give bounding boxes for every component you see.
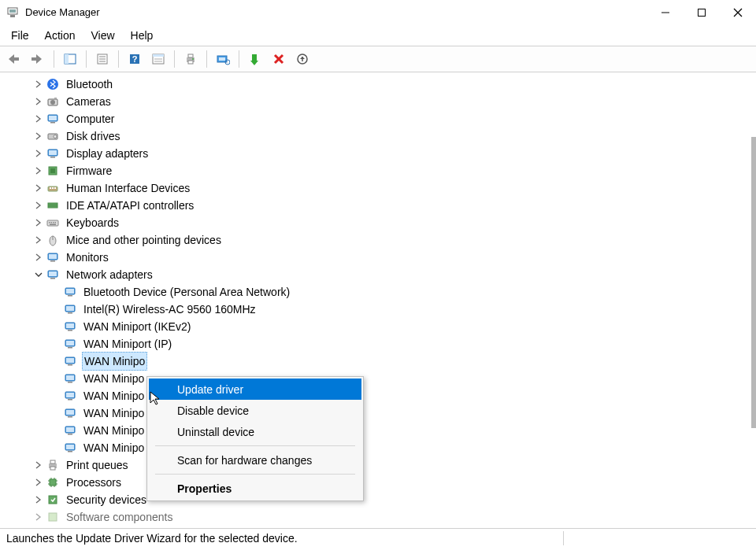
menu-file[interactable]: File bbox=[3, 27, 37, 44]
tree-item-mice[interactable]: Mice and other pointing devices bbox=[16, 231, 756, 249]
chevron-right-icon[interactable] bbox=[33, 460, 44, 471]
chevron-right-icon[interactable] bbox=[33, 494, 44, 505]
tree-item-wan-8[interactable]: WAN Minipo bbox=[16, 422, 756, 439]
tree-label: Bluetooth bbox=[65, 76, 114, 93]
help-button[interactable]: ? bbox=[124, 48, 146, 70]
tree-item-hid[interactable]: Human Interface Devices bbox=[16, 179, 756, 197]
svg-rect-94 bbox=[68, 434, 72, 435]
svg-rect-50 bbox=[54, 187, 56, 189]
svg-rect-39 bbox=[50, 122, 55, 124]
tree-item-security-devices[interactable]: Security devices bbox=[16, 491, 756, 508]
disable-device-button[interactable] bbox=[268, 48, 290, 70]
maximize-button[interactable] bbox=[684, 0, 720, 25]
chevron-right-icon[interactable] bbox=[33, 200, 44, 211]
tree-item-wan-9[interactable]: WAN Minipo bbox=[16, 439, 756, 456]
chevron-right-icon[interactable] bbox=[33, 477, 44, 488]
print-button[interactable] bbox=[180, 48, 202, 70]
scan-hardware-button[interactable] bbox=[212, 48, 234, 70]
svg-rect-110 bbox=[49, 496, 57, 504]
tree-item-intel-wireless[interactable]: Intel(R) Wireless-AC 9560 160MHz bbox=[16, 301, 756, 318]
chevron-right-icon[interactable] bbox=[33, 217, 44, 228]
tree-label: Computer bbox=[65, 110, 116, 127]
chevron-right-icon[interactable] bbox=[33, 96, 44, 107]
tree-item-wan-5[interactable]: WAN Minipo bbox=[16, 370, 756, 387]
chevron-right-icon[interactable] bbox=[33, 113, 44, 124]
tree-item-wan-6[interactable]: WAN Minipo bbox=[16, 387, 756, 404]
svg-rect-38 bbox=[49, 116, 57, 120]
back-button[interactable] bbox=[3, 48, 25, 70]
device-tree[interactable]: Bluetooth Cameras Computer Disk drives D… bbox=[0, 72, 756, 529]
toolbar-separator bbox=[86, 50, 87, 68]
chevron-right-icon[interactable] bbox=[33, 131, 44, 142]
tree-item-network-adapters[interactable]: Network adapters bbox=[16, 266, 756, 283]
action-list-button[interactable] bbox=[147, 48, 169, 70]
disk-drive-icon bbox=[46, 130, 60, 142]
tree-item-cameras[interactable]: Cameras bbox=[16, 93, 756, 110]
svg-rect-7 bbox=[14, 57, 19, 61]
tree-label: Network adapters bbox=[65, 266, 154, 283]
chevron-down-icon[interactable] bbox=[33, 269, 44, 280]
show-hide-console-tree-button[interactable] bbox=[59, 48, 81, 70]
tree-item-print-queues[interactable]: Print queues bbox=[16, 456, 756, 474]
update-driver-button[interactable] bbox=[291, 48, 313, 70]
svg-rect-99 bbox=[50, 460, 55, 464]
tree-item-software-components[interactable]: Software components bbox=[16, 508, 756, 526]
menu-view[interactable]: View bbox=[83, 27, 122, 44]
cm-properties[interactable]: Properties bbox=[149, 478, 361, 499]
tree-item-wan-ipv6[interactable]: WAN Minipo bbox=[16, 353, 756, 370]
menu-help[interactable]: Help bbox=[123, 27, 161, 44]
tree-item-processors[interactable]: Processors bbox=[16, 474, 756, 491]
svg-rect-67 bbox=[50, 278, 55, 279]
chevron-right-icon[interactable] bbox=[33, 148, 44, 159]
tree-item-wan-ip[interactable]: WAN Miniport (IP) bbox=[16, 335, 756, 353]
cm-uninstall-device[interactable]: Uninstall device bbox=[149, 421, 361, 442]
svg-rect-93 bbox=[66, 427, 74, 432]
menu-action[interactable]: Action bbox=[37, 27, 83, 44]
tree-label: Processors bbox=[65, 474, 123, 491]
svg-rect-72 bbox=[66, 306, 74, 311]
chevron-right-icon[interactable] bbox=[33, 165, 44, 176]
scrollbar-thumb[interactable] bbox=[751, 137, 756, 428]
tree-item-wan-ikev2[interactable]: WAN Miniport (IKEv2) bbox=[16, 318, 756, 335]
chevron-right-icon[interactable] bbox=[33, 512, 44, 523]
tree-label: Disk drives bbox=[65, 127, 121, 145]
tree-item-computer[interactable]: Computer bbox=[16, 110, 756, 127]
tree-item-keyboards[interactable]: Keyboards bbox=[16, 214, 756, 231]
enable-device-button[interactable] bbox=[244, 48, 266, 70]
properties-button[interactable] bbox=[91, 48, 113, 70]
window-controls bbox=[647, 0, 756, 25]
tree-item-firmware[interactable]: Firmware bbox=[16, 162, 756, 179]
forward-button[interactable] bbox=[27, 48, 49, 70]
close-button[interactable] bbox=[720, 0, 756, 25]
chevron-right-icon[interactable] bbox=[33, 79, 44, 90]
svg-rect-91 bbox=[68, 416, 72, 418]
tree-item-wan-7[interactable]: WAN Minipo bbox=[16, 404, 756, 422]
svg-rect-36 bbox=[54, 98, 57, 99]
tree-label: WAN Minipo bbox=[82, 422, 146, 439]
tree-item-monitors[interactable]: Monitors bbox=[16, 249, 756, 266]
cm-scan-hardware[interactable]: Scan for hardware changes bbox=[149, 449, 361, 471]
svg-rect-51 bbox=[48, 203, 57, 208]
toolbar-separator bbox=[118, 50, 119, 68]
chevron-right-icon[interactable] bbox=[33, 183, 44, 194]
svg-point-35 bbox=[50, 100, 55, 105]
mouse-icon bbox=[46, 234, 60, 246]
chevron-right-icon[interactable] bbox=[33, 235, 44, 246]
tree-item-ide[interactable]: IDE ATA/ATAPI controllers bbox=[16, 197, 756, 214]
tree-label: Bluetooth Device (Personal Area Network) bbox=[82, 283, 291, 301]
vertical-scrollbar[interactable] bbox=[751, 74, 756, 534]
cm-disable-device[interactable]: Disable device bbox=[149, 400, 361, 421]
chevron-right-icon[interactable] bbox=[33, 252, 44, 263]
cm-separator bbox=[155, 445, 355, 446]
svg-rect-43 bbox=[49, 150, 57, 155]
svg-rect-64 bbox=[50, 260, 55, 262]
minimize-button[interactable] bbox=[647, 0, 684, 25]
tree-item-bluetooth[interactable]: Bluetooth bbox=[16, 76, 756, 93]
svg-rect-73 bbox=[68, 312, 72, 314]
tree-item-disk-drives[interactable]: Disk drives bbox=[16, 127, 756, 145]
cm-update-driver[interactable]: Update driver bbox=[149, 379, 361, 400]
tree-item-display-adapters[interactable]: Display adapters bbox=[16, 145, 756, 162]
toolbar-separator bbox=[54, 50, 54, 68]
tree-label: Monitors bbox=[65, 249, 110, 266]
tree-item-bt-pan[interactable]: Bluetooth Device (Personal Area Network) bbox=[16, 283, 756, 301]
